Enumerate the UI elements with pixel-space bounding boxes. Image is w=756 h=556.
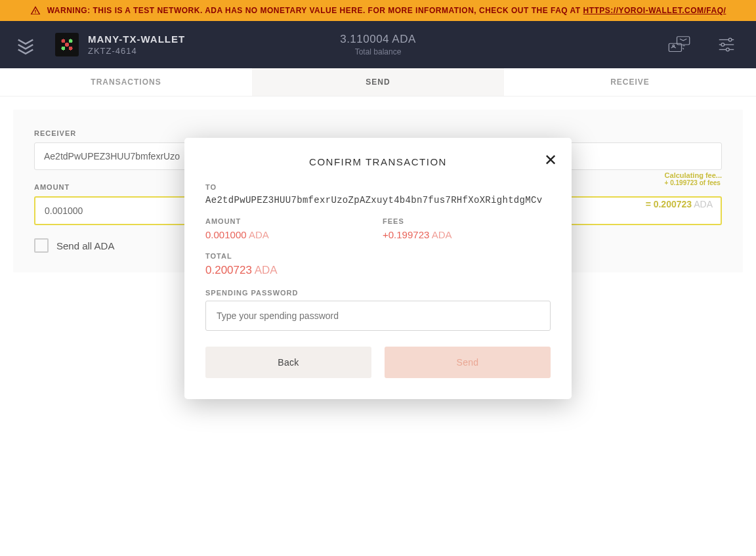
modal-title: CONFIRM TRANSACTION: [205, 156, 551, 167]
to-address: Ae2tdPwUPEZ3HUU7bmfexrUzoZpAZxuyt4b4bn7f…: [205, 195, 551, 205]
modal-overlay: CONFIRM TRANSACTION ✕ TO Ae2tdPwUPEZ3HUU…: [0, 0, 756, 556]
modal-fees-label: FEES: [383, 217, 452, 225]
modal-amount-value: 0.001000 ADA: [205, 229, 356, 240]
confirm-transaction-modal: CONFIRM TRANSACTION ✕ TO Ae2tdPwUPEZ3HUU…: [184, 138, 572, 399]
spending-password-input[interactable]: [205, 301, 551, 331]
modal-total-value: 0.200723 ADA: [205, 264, 551, 277]
close-icon[interactable]: ✕: [544, 152, 557, 168]
modal-fees-value: +0.199723 ADA: [383, 229, 452, 240]
modal-total-label: TOTAL: [205, 252, 551, 260]
send-button[interactable]: Send: [385, 347, 551, 378]
to-label: TO: [205, 183, 551, 191]
back-button[interactable]: Back: [205, 347, 371, 378]
modal-amount-label: AMOUNT: [205, 217, 356, 225]
spending-password-label: SPENDING PASSWORD: [205, 289, 551, 297]
